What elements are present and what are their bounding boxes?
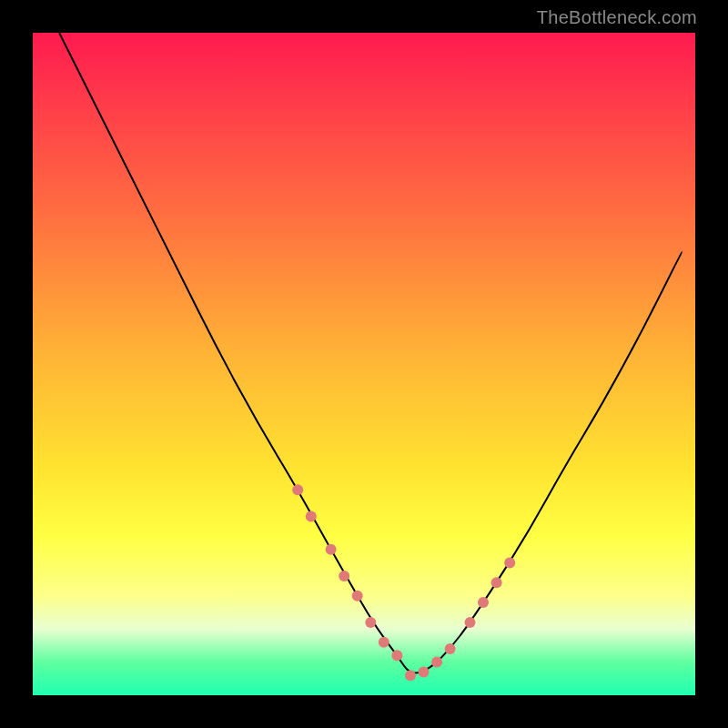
- highlight-dot: [391, 650, 402, 661]
- highlight-dot: [292, 484, 303, 495]
- highlight-dot: [339, 571, 349, 581]
- highlight-dot: [326, 544, 337, 555]
- highlight-dot: [365, 617, 376, 628]
- highlight-dot: [478, 597, 489, 608]
- highlight-dot: [379, 637, 389, 648]
- highlight-dot: [465, 617, 476, 628]
- highlight-dot: [405, 670, 416, 681]
- highlight-dot: [491, 577, 502, 588]
- highlight-dot: [431, 657, 442, 668]
- plot-area: [33, 33, 695, 695]
- bottleneck-curve: [59, 33, 682, 672]
- highlight-dot: [306, 511, 317, 521]
- highlight-dot: [445, 643, 456, 654]
- highlighted-points: [292, 484, 515, 681]
- watermark-text: TheBottleneck.com: [537, 7, 697, 28]
- highlight-dot: [504, 557, 515, 568]
- frame: TheBottleneck.com: [0, 0, 728, 728]
- highlight-dot: [352, 591, 363, 602]
- chart-svg: [33, 33, 695, 695]
- highlight-dot: [419, 667, 430, 678]
